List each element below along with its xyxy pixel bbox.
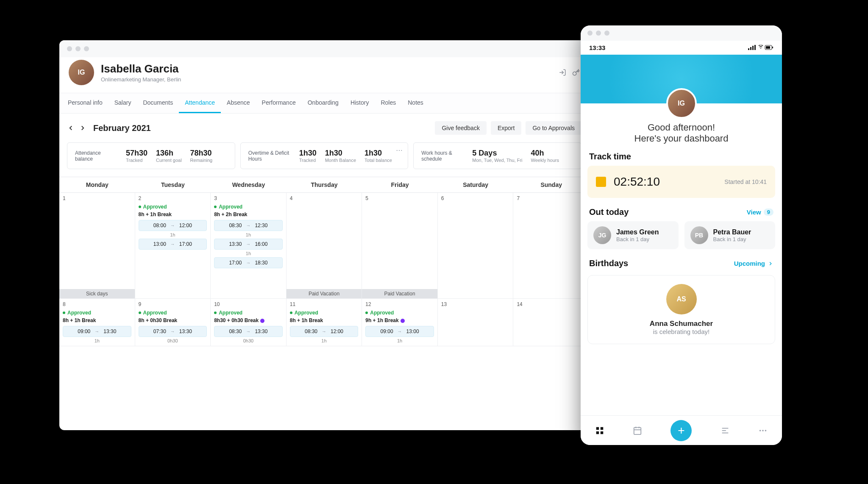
track-started: Started at 10:41 bbox=[724, 178, 767, 185]
date-number: 5 bbox=[364, 195, 436, 201]
out-person-card[interactable]: PB Petra Bauer Back in 1 day bbox=[684, 221, 776, 249]
birthdays-title: Birthdays bbox=[589, 259, 734, 268]
prev-month-icon[interactable] bbox=[67, 124, 75, 132]
nav-add-button[interactable]: + bbox=[670, 420, 692, 441]
birthday-avatar: AS bbox=[666, 284, 697, 314]
window-dot[interactable] bbox=[587, 31, 593, 36]
window-dot[interactable] bbox=[84, 46, 89, 51]
card-title: Work hours & schedule bbox=[421, 150, 464, 162]
tab-onboarding[interactable]: Onboarding bbox=[302, 93, 345, 113]
calendar-cell[interactable]: 11 Approved 8h + 1h Break 08:30→12:00 1h bbox=[287, 299, 362, 346]
time-slot[interactable]: 13:30→16:00 bbox=[214, 239, 283, 250]
svg-rect-7 bbox=[772, 47, 773, 48]
calendar-cell[interactable]: 2 Approved 8h + 1h Break 08:00→12:00 1h … bbox=[135, 193, 211, 299]
tab-history[interactable]: History bbox=[345, 93, 375, 113]
track-time-card[interactable]: 02:52:10 Started at 10:41 bbox=[587, 166, 775, 198]
calendar-cell[interactable]: 14 bbox=[513, 299, 589, 346]
export-button[interactable]: Export bbox=[491, 121, 521, 135]
calendar-cell[interactable]: 8 Approved 8h + 1h Break 09:00→13:30 1h bbox=[59, 299, 135, 346]
next-month-icon[interactable] bbox=[79, 124, 86, 132]
go-to-approvals-button[interactable]: Go to Approvals bbox=[526, 121, 581, 135]
tab-absence[interactable]: Absence bbox=[221, 93, 256, 113]
date-number: 1 bbox=[61, 195, 133, 201]
profile-avatar[interactable]: IG bbox=[69, 60, 94, 85]
out-person-card[interactable]: JG James Green Back in 1 day bbox=[587, 221, 679, 249]
tab-personal-info[interactable]: Personal info bbox=[62, 93, 108, 113]
svg-rect-10 bbox=[596, 431, 598, 434]
schedule-card: Work hours & schedule 5 DaysMon, Tue, We… bbox=[413, 142, 581, 169]
date-number: 3 bbox=[212, 195, 284, 201]
stat-cards: Attendance balance 57h30Tracked 136hCurr… bbox=[59, 142, 589, 177]
window-controls bbox=[581, 25, 782, 41]
overtime-badge-icon bbox=[260, 319, 264, 323]
birthdays-header: Birthdays Upcoming bbox=[581, 249, 782, 273]
time-slot[interactable]: 13:00→17:00 bbox=[139, 239, 207, 250]
window-dot[interactable] bbox=[75, 46, 81, 51]
time-slot[interactable]: 07:30→13:30 bbox=[139, 326, 207, 337]
time-slot[interactable]: 17:00→18:30 bbox=[214, 257, 283, 268]
nav-list-icon[interactable] bbox=[721, 426, 730, 435]
time-slot[interactable]: 09:00→13:00 bbox=[365, 326, 434, 337]
calendar-cell[interactable]: 5 Paid Vacation bbox=[362, 193, 438, 299]
mobile-status-bar: 13:33 bbox=[581, 41, 782, 55]
calendar-cell[interactable]: 3 Approved 8h + 2h Break 08:30→12:30 1h … bbox=[211, 193, 287, 299]
calendar-cell[interactable]: 1 Sick days bbox=[59, 193, 135, 299]
calendar-header: Monday Tuesday Wednesday Thursday Friday… bbox=[59, 177, 589, 193]
day-header: Saturday bbox=[438, 177, 514, 193]
birthdays-upcoming-link[interactable]: Upcoming bbox=[734, 260, 773, 267]
person-sub: Back in 1 day bbox=[713, 236, 751, 242]
time-slot[interactable]: 08:00→12:00 bbox=[139, 220, 207, 231]
window-dot[interactable] bbox=[67, 46, 72, 51]
nav-more-icon[interactable] bbox=[758, 426, 768, 435]
break-label: 1h bbox=[137, 232, 209, 237]
mobile-avatar[interactable]: IG bbox=[666, 88, 697, 119]
calendar-cell[interactable]: 12 Approved 9h + 1h Break 09:00→13:00 1h bbox=[362, 299, 438, 346]
calendar-cell[interactable]: 10 Approved 8h30 + 0h30 Break 08:30→13:3… bbox=[211, 299, 287, 346]
stat-value: 1h30 bbox=[325, 149, 356, 158]
tab-performance[interactable]: Performance bbox=[256, 93, 302, 113]
desktop-window: IG Isabella Garcia Onlinemarketing Manag… bbox=[59, 40, 589, 430]
out-today-view-link[interactable]: View 9 bbox=[747, 209, 773, 216]
tab-notes[interactable]: Notes bbox=[402, 93, 429, 113]
time-slot[interactable]: 08:30→13:30 bbox=[214, 326, 283, 337]
tab-roles[interactable]: Roles bbox=[375, 93, 402, 113]
stat-label: Mon, Tue, Wed, Thu, Fri bbox=[472, 158, 522, 163]
time-slot[interactable]: 08:30→12:00 bbox=[290, 326, 359, 337]
give-feedback-button[interactable]: Give feedback bbox=[435, 121, 487, 135]
time-slot[interactable]: 08:30→12:30 bbox=[214, 220, 283, 231]
day-summary: 8h + 2h Break bbox=[214, 211, 284, 217]
key-icon[interactable] bbox=[572, 69, 580, 76]
calendar-cell[interactable]: 4 Paid Vacation bbox=[287, 193, 362, 299]
nav-calendar-icon[interactable] bbox=[633, 426, 642, 435]
svg-rect-9 bbox=[601, 427, 603, 429]
window-dot[interactable] bbox=[604, 31, 609, 36]
stat-value: 78h30 bbox=[190, 149, 213, 158]
calendar-cell[interactable]: 9 Approved 8h + 0h30 Break 07:30→13:30 0… bbox=[135, 299, 211, 346]
approved-badge: Approved bbox=[139, 204, 209, 210]
calendar-cell[interactable]: 13 bbox=[438, 299, 514, 346]
day-header: Tuesday bbox=[135, 177, 211, 193]
login-icon[interactable] bbox=[559, 69, 566, 76]
nav-dashboard-icon[interactable] bbox=[595, 426, 604, 435]
tabs: Personal info Salary Documents Attendanc… bbox=[59, 93, 589, 114]
greeting-line: Here's your dashboard bbox=[581, 133, 782, 144]
stat-label: Month Balance bbox=[325, 158, 356, 163]
date-number: 14 bbox=[515, 301, 587, 307]
profile-name: Isabella Garcia bbox=[101, 62, 181, 75]
calendar-cell[interactable]: 7 bbox=[513, 193, 589, 299]
time-slot[interactable]: 09:00→13:30 bbox=[63, 326, 131, 337]
tab-documents[interactable]: Documents bbox=[137, 93, 179, 113]
calendar-cell[interactable]: 6 bbox=[438, 193, 514, 299]
birthday-card[interactable]: AS Anna Schumacher is celebrating today! bbox=[587, 275, 775, 344]
calendar-week: 8 Approved 8h + 1h Break 09:00→13:30 1h … bbox=[59, 299, 589, 346]
card-menu-icon[interactable]: ⋯ bbox=[396, 146, 403, 154]
tab-attendance[interactable]: Attendance bbox=[179, 93, 221, 113]
day-summary: 8h + 1h Break bbox=[139, 211, 209, 217]
stop-icon[interactable] bbox=[596, 177, 606, 187]
day-header: Friday bbox=[362, 177, 438, 193]
card-title: Attendance balance bbox=[75, 150, 117, 162]
tab-salary[interactable]: Salary bbox=[108, 93, 137, 113]
break-label: 1h bbox=[288, 338, 360, 343]
date-number: 6 bbox=[440, 195, 512, 201]
window-dot[interactable] bbox=[596, 31, 601, 36]
